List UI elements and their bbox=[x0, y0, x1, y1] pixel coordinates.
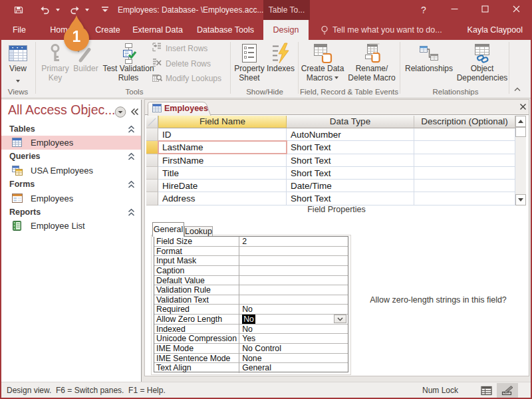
document-tab-employees[interactable]: Employees bbox=[148, 101, 211, 116]
nav-item-form-employees[interactable]: Employees bbox=[1, 192, 141, 205]
cell-data-type[interactable]: AutoNumber bbox=[287, 128, 414, 141]
collapse-section-icon[interactable] bbox=[127, 180, 136, 191]
indexes-button[interactable]: Indexes bbox=[266, 43, 295, 74]
property-value[interactable] bbox=[239, 285, 348, 295]
column-header-data-type[interactable]: Data Type bbox=[287, 116, 414, 128]
property-row-allow-zero-length[interactable]: Allow Zero Length No bbox=[154, 315, 348, 325]
nav-section-queries[interactable]: Queries bbox=[1, 151, 141, 163]
nav-item-query-usa-employees[interactable]: USA Employees bbox=[1, 164, 141, 178]
property-value[interactable] bbox=[239, 276, 348, 286]
property-row-field-size[interactable]: Field Size2 bbox=[154, 237, 348, 247]
view-button[interactable]: View bbox=[3, 43, 33, 86]
datasheet-view-button[interactable] bbox=[477, 383, 495, 398]
cell-description[interactable] bbox=[414, 141, 515, 154]
collapse-section-icon[interactable] bbox=[127, 208, 136, 219]
redo-dropdown-icon[interactable] bbox=[85, 9, 89, 11]
property-value[interactable]: None bbox=[239, 354, 348, 364]
property-value[interactable]: No bbox=[239, 305, 348, 315]
cell-data-type[interactable]: Date/Time bbox=[287, 180, 414, 192]
undo-icon[interactable] bbox=[39, 5, 49, 15]
cell-description[interactable] bbox=[414, 154, 515, 167]
relationships-button[interactable]: Relationships bbox=[403, 43, 455, 74]
tab-create[interactable]: Create bbox=[92, 20, 124, 40]
property-value[interactable] bbox=[239, 256, 348, 266]
cell-data-type[interactable]: Short Text bbox=[287, 141, 414, 154]
grid-row-id[interactable]: ID AutoNumber bbox=[146, 128, 515, 141]
delete-rows-button[interactable]: Delete Rows bbox=[152, 58, 211, 69]
nav-menu-dropdown-icon[interactable] bbox=[114, 106, 126, 120]
cell-data-type[interactable]: Short Text bbox=[287, 167, 414, 180]
tab-database-tools[interactable]: Database Tools bbox=[192, 20, 259, 40]
current-row-selector[interactable] bbox=[146, 141, 158, 154]
tab-design[interactable]: Design bbox=[263, 20, 309, 40]
tab-external-data[interactable]: External Data bbox=[130, 20, 186, 40]
tell-me-box[interactable]: Tell me what you want to do... bbox=[332, 20, 442, 40]
property-row-ime-sentence-mode[interactable]: IME Sentence ModeNone bbox=[154, 354, 348, 364]
property-value[interactable]: General bbox=[239, 363, 348, 373]
grid-row-address[interactable]: Address Short Text bbox=[146, 192, 515, 205]
property-value[interactable] bbox=[239, 247, 348, 257]
scrollbar-thumb[interactable] bbox=[515, 127, 526, 137]
nav-section-tables[interactable]: Tables bbox=[1, 124, 141, 136]
collapse-ribbon-icon[interactable] bbox=[513, 85, 521, 94]
property-value[interactable] bbox=[239, 295, 348, 305]
save-icon[interactable] bbox=[13, 5, 24, 15]
nav-section-reports[interactable]: Reports bbox=[1, 207, 141, 219]
selected-property-value[interactable]: No bbox=[242, 315, 255, 324]
property-row-validation-rule[interactable]: Validation Rule bbox=[154, 285, 348, 295]
cell-field-name[interactable]: LastName bbox=[158, 141, 287, 154]
row-selector[interactable] bbox=[146, 192, 158, 205]
property-row-indexed[interactable]: IndexedNo bbox=[154, 325, 348, 334]
property-row-default-value[interactable]: Default Value bbox=[154, 276, 348, 286]
property-row-unicode-compression[interactable]: Unicode CompressionYes bbox=[154, 334, 348, 344]
property-row-ime-mode[interactable]: IME ModeNo Control bbox=[154, 344, 348, 354]
grid-row-firstname[interactable]: FirstName Short Text bbox=[146, 154, 515, 167]
column-header-description[interactable]: Description (Optional) bbox=[414, 116, 515, 128]
cell-data-type[interactable]: Short Text bbox=[287, 154, 414, 167]
property-tab-lookup[interactable]: Lookup bbox=[184, 226, 213, 236]
dropdown-button[interactable] bbox=[334, 315, 346, 323]
scroll-up-icon[interactable] bbox=[515, 116, 526, 127]
scroll-down-icon[interactable] bbox=[515, 194, 526, 205]
nav-item-report-employee-list[interactable]: Employee List bbox=[1, 219, 141, 233]
property-value[interactable]: No Control bbox=[239, 344, 348, 354]
cell-field-name[interactable]: FirstName bbox=[158, 154, 287, 167]
modify-lookups-button[interactable]: Modify Lookups bbox=[152, 72, 221, 84]
property-sheet-button[interactable]: Property Sheet bbox=[233, 43, 266, 82]
undo-dropdown-icon[interactable] bbox=[56, 9, 60, 11]
row-selector[interactable] bbox=[146, 128, 158, 141]
collapse-section-icon[interactable] bbox=[127, 152, 136, 163]
cell-field-name[interactable]: ID bbox=[158, 128, 287, 141]
insert-rows-button[interactable]: Insert Rows bbox=[152, 43, 207, 54]
close-icon[interactable] bbox=[506, 0, 526, 20]
cell-description[interactable] bbox=[414, 167, 515, 180]
property-row-input-mask[interactable]: Input Mask bbox=[154, 256, 348, 266]
test-validation-rules-button[interactable]: Test Validation Rules bbox=[100, 43, 157, 82]
cell-field-name[interactable]: Title bbox=[158, 167, 287, 180]
property-row-validation-text[interactable]: Validation Text bbox=[154, 295, 348, 305]
user-name[interactable]: Kayla Claypool bbox=[467, 20, 523, 40]
nav-item-table-employees[interactable]: Employees bbox=[1, 136, 141, 150]
row-selector[interactable] bbox=[146, 180, 158, 192]
object-dependencies-button[interactable]: Object Dependencies bbox=[456, 43, 508, 82]
property-row-text-align[interactable]: Text AlignGeneral bbox=[154, 363, 348, 373]
cell-description[interactable] bbox=[414, 128, 515, 141]
tab-file[interactable]: File bbox=[4, 20, 35, 40]
grid-row-hiredate[interactable]: HireDate Date/Time bbox=[146, 180, 515, 192]
design-view-button[interactable] bbox=[497, 383, 518, 398]
property-value[interactable]: No bbox=[239, 325, 348, 334]
cell-description[interactable] bbox=[414, 192, 515, 205]
rename-delete-macro-button[interactable]: Rename/ Delete Macro bbox=[344, 43, 399, 82]
grid-vertical-scrollbar[interactable] bbox=[515, 116, 526, 205]
cell-data-type[interactable]: Short Text bbox=[287, 192, 414, 205]
property-value[interactable] bbox=[239, 266, 348, 276]
nav-section-forms[interactable]: Forms bbox=[1, 179, 141, 191]
cell-description[interactable] bbox=[414, 180, 515, 192]
create-data-macros-button[interactable]: Create Data Macros bbox=[301, 43, 344, 82]
maximize-icon[interactable] bbox=[475, 0, 495, 20]
property-value[interactable]: Yes bbox=[239, 334, 348, 344]
customize-qat-icon[interactable] bbox=[101, 6, 112, 17]
grid-row-lastname[interactable]: LastName Short Text bbox=[146, 141, 515, 154]
column-header-field-name[interactable]: Field Name bbox=[158, 116, 287, 128]
shutter-close-icon[interactable] bbox=[130, 107, 140, 118]
